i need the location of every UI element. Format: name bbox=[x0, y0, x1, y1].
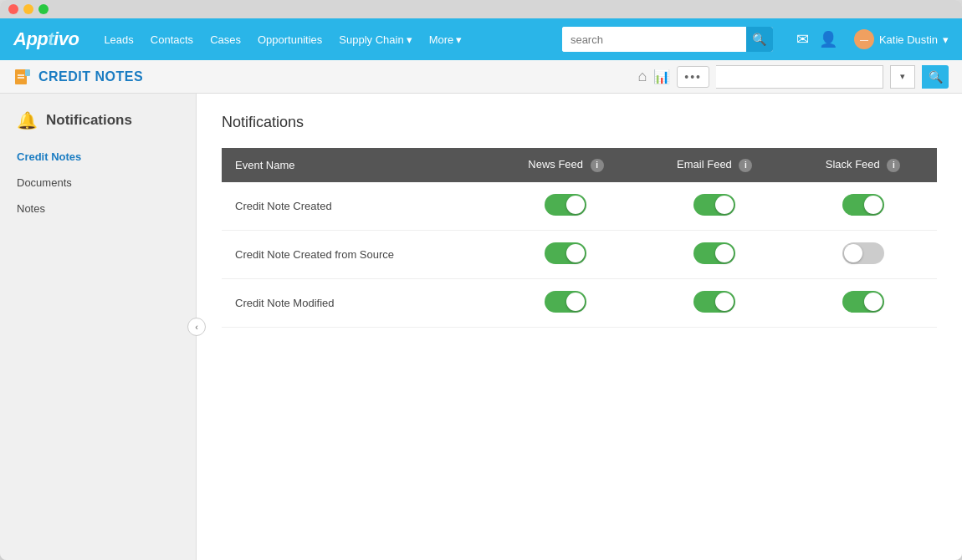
nav-contacts[interactable]: Contacts bbox=[151, 33, 193, 46]
filter-input[interactable] bbox=[716, 65, 883, 89]
sidebar-collapse-button[interactable]: ‹ bbox=[187, 318, 206, 336]
toggle-cell-slack_feed-1 bbox=[789, 230, 937, 278]
col-news-feed: News Feed i bbox=[492, 148, 641, 182]
sidebar-item-credit-notes[interactable]: Credit Notes bbox=[0, 144, 196, 170]
toggle-email_feed-1[interactable] bbox=[693, 242, 735, 264]
close-dot[interactable] bbox=[8, 4, 18, 14]
avatar: — bbox=[854, 29, 874, 49]
toggle-cell-email_feed-0 bbox=[640, 182, 789, 231]
toggle-track-news_feed-0 bbox=[545, 194, 586, 216]
toggle-cell-slack_feed-2 bbox=[789, 278, 937, 327]
nav-more[interactable]: More ▾ bbox=[429, 33, 463, 46]
notifications-table: Event Name News Feed i Email Feed i Slac… bbox=[222, 148, 937, 328]
toggle-track-news_feed-1 bbox=[545, 242, 586, 264]
toggle-email_feed-0[interactable] bbox=[693, 194, 735, 216]
user-chevron-icon: ▾ bbox=[943, 33, 949, 46]
slack-feed-info-icon[interactable]: i bbox=[887, 159, 900, 172]
toggle-knob-slack_feed-0 bbox=[864, 196, 883, 214]
search-button[interactable]: 🔍 bbox=[746, 27, 773, 52]
more-actions-button[interactable]: ••• bbox=[677, 66, 709, 88]
credit-note-icon bbox=[13, 67, 33, 87]
content-title: Notifications bbox=[222, 114, 937, 131]
toggle-knob-email_feed-0 bbox=[715, 196, 734, 214]
chevron-left-icon: ‹ bbox=[195, 322, 198, 332]
global-search: 🔍 bbox=[562, 27, 773, 52]
col-event-name: Event Name bbox=[222, 148, 492, 182]
sidebar: 🔔 Notifications Credit Notes Documents N… bbox=[0, 94, 197, 560]
title-bar bbox=[0, 0, 962, 18]
dropdown-chevron-icon: ▾ bbox=[900, 71, 905, 82]
toggle-knob-news_feed-0 bbox=[566, 196, 585, 214]
minimize-dot[interactable] bbox=[23, 4, 33, 14]
app-window: Apptivo Leads Contacts Cases Opportuniti… bbox=[0, 0, 962, 560]
chart-icon[interactable]: 📊 bbox=[653, 69, 670, 84]
content-area: Notifications Event Name News Feed i Ema… bbox=[197, 94, 962, 560]
sidebar-item-documents[interactable]: Documents bbox=[0, 170, 196, 196]
toggle-slack_feed-0[interactable] bbox=[842, 194, 884, 216]
subheader-actions: ⌂ 📊 ••• ▾ 🔍 bbox=[637, 65, 949, 89]
sidebar-title: 🔔 Notifications bbox=[0, 110, 196, 144]
table-header-row: Event Name News Feed i Email Feed i Slac… bbox=[222, 148, 937, 182]
event-name-cell-2: Credit Note Modified bbox=[222, 278, 492, 327]
app-logo: Apptivo bbox=[13, 28, 79, 50]
page-title: CREDIT NOTES bbox=[38, 69, 143, 84]
toggle-cell-slack_feed-0 bbox=[789, 182, 937, 231]
user-name: Katie Dustin bbox=[879, 33, 938, 46]
toggle-track-email_feed-0 bbox=[693, 194, 735, 216]
toggle-knob-slack_feed-2 bbox=[864, 293, 883, 311]
col-slack-feed: Slack Feed i bbox=[789, 148, 937, 182]
toggle-email_feed-2[interactable] bbox=[693, 291, 735, 313]
home-icon[interactable]: ⌂ bbox=[637, 68, 647, 85]
toggle-cell-news_feed-0 bbox=[492, 182, 641, 231]
chevron-down-icon: ▾ bbox=[407, 33, 412, 46]
email-feed-info-icon[interactable]: i bbox=[739, 159, 752, 172]
filter-dropdown[interactable]: ▾ bbox=[890, 65, 915, 89]
mail-icon[interactable]: ✉ bbox=[796, 30, 809, 48]
toggle-news_feed-1[interactable] bbox=[545, 242, 586, 264]
table-row: Credit Note Created from Source bbox=[222, 230, 937, 278]
toggle-news_feed-0[interactable] bbox=[545, 194, 586, 216]
toggle-cell-news_feed-1 bbox=[492, 230, 641, 278]
nav-cases[interactable]: Cases bbox=[210, 33, 241, 46]
subheader: CREDIT NOTES ⌂ 📊 ••• ▾ 🔍 bbox=[0, 60, 962, 94]
filter-search-button[interactable]: 🔍 bbox=[922, 65, 949, 89]
toggle-track-news_feed-2 bbox=[545, 291, 586, 313]
svg-rect-0 bbox=[15, 69, 27, 84]
top-navigation: Apptivo Leads Contacts Cases Opportuniti… bbox=[0, 18, 962, 60]
toggle-knob-news_feed-2 bbox=[566, 293, 585, 311]
toggle-knob-slack_feed-1 bbox=[844, 244, 862, 262]
chevron-down-icon: ▾ bbox=[456, 33, 462, 46]
search-input[interactable] bbox=[562, 27, 746, 52]
toggle-track-email_feed-2 bbox=[693, 291, 735, 313]
toggle-news_feed-2[interactable] bbox=[545, 291, 586, 313]
svg-rect-1 bbox=[25, 69, 30, 76]
user-menu[interactable]: — Katie Dustin ▾ bbox=[854, 29, 949, 49]
toggle-cell-news_feed-2 bbox=[492, 278, 641, 327]
nav-supply-chain[interactable]: Supply Chain ▾ bbox=[339, 33, 412, 46]
table-row: Credit Note Created bbox=[222, 182, 937, 231]
main-layout: 🔔 Notifications Credit Notes Documents N… bbox=[0, 94, 962, 560]
nav-opportunities[interactable]: Opportunities bbox=[258, 33, 322, 46]
col-email-feed: Email Feed i bbox=[640, 148, 789, 182]
page-icon-group: CREDIT NOTES bbox=[13, 67, 143, 87]
news-feed-info-icon[interactable]: i bbox=[591, 159, 604, 172]
toggle-cell-email_feed-2 bbox=[640, 278, 789, 327]
maximize-dot[interactable] bbox=[38, 4, 49, 14]
event-name-cell-1: Credit Note Created from Source bbox=[222, 230, 492, 278]
event-name-cell-0: Credit Note Created bbox=[222, 182, 492, 231]
person-icon[interactable]: 👤 bbox=[819, 30, 837, 48]
toggle-cell-email_feed-1 bbox=[640, 230, 789, 278]
toggle-track-email_feed-1 bbox=[693, 242, 735, 264]
nav-leads[interactable]: Leads bbox=[104, 33, 133, 46]
toggle-knob-email_feed-2 bbox=[715, 293, 734, 311]
toggle-knob-email_feed-1 bbox=[715, 244, 734, 262]
toggle-track-slack_feed-0 bbox=[842, 194, 884, 216]
toggle-slack_feed-1[interactable] bbox=[842, 242, 884, 264]
bell-icon: 🔔 bbox=[17, 110, 38, 130]
toggle-knob-news_feed-1 bbox=[566, 244, 585, 262]
filter-search-icon: 🔍 bbox=[929, 70, 943, 84]
toggle-slack_feed-2[interactable] bbox=[842, 291, 884, 313]
sidebar-item-notes[interactable]: Notes bbox=[0, 196, 196, 221]
toggle-track-slack_feed-1 bbox=[842, 242, 884, 264]
search-icon: 🔍 bbox=[752, 33, 766, 46]
